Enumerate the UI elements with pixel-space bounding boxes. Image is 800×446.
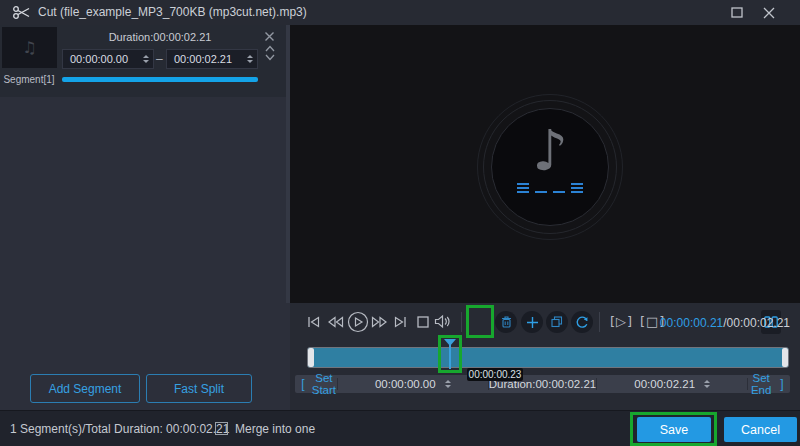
add-segment-button[interactable]: Add Segment xyxy=(30,374,140,403)
cancel-button[interactable]: Cancel xyxy=(724,417,797,442)
play-button[interactable] xyxy=(347,311,369,333)
title-bar: Cut (file_example_MP3_700KB (mp3cut.net)… xyxy=(0,0,800,25)
trim-end-input[interactable]: 00:00:02.21 xyxy=(597,378,747,390)
copy-segment-button[interactable] xyxy=(546,311,568,333)
scissors-icon xyxy=(12,5,31,20)
playback-controls-area: [▷] [□] 00:00:00.21/00:00:02.21 00:00:00… xyxy=(290,303,800,410)
segment-start-value: 00:00:00.00 xyxy=(70,53,128,65)
trim-end-handle[interactable] xyxy=(782,348,788,367)
add-segment-icon-button[interactable] xyxy=(521,311,543,333)
trim-end-spinner[interactable] xyxy=(704,380,710,388)
merge-into-one-label: Merge into one xyxy=(235,422,315,436)
segment-duration-label: Duration:00:00:02.21 xyxy=(60,31,260,43)
time-display: 00:00:00.21/00:00:02.21 xyxy=(660,316,790,330)
total-time: /00:00:02.21 xyxy=(723,316,790,330)
trim-start-spinner[interactable] xyxy=(445,380,451,388)
trim-start-handle[interactable] xyxy=(308,348,314,367)
save-button[interactable]: Save xyxy=(637,417,711,442)
audio-preview-area: ♪ xyxy=(290,25,800,303)
range-separator: – xyxy=(156,52,163,66)
delete-segment-button[interactable] xyxy=(495,311,517,333)
skip-to-start-button[interactable] xyxy=(306,315,321,329)
equalizer-icon xyxy=(517,181,583,193)
segment-thumbnail[interactable]: ♫ xyxy=(2,27,57,68)
playhead-line xyxy=(449,343,451,369)
remove-segment-icon[interactable] xyxy=(264,31,275,42)
timeline-track[interactable] xyxy=(307,347,789,368)
window-title: Cut (file_example_MP3_700KB (mp3cut.net)… xyxy=(38,5,307,19)
segment-start-input[interactable]: 00:00:00.00 xyxy=(62,49,154,69)
stop-button[interactable] xyxy=(417,316,429,328)
music-note-icon: ♪ xyxy=(532,123,568,179)
fast-split-button[interactable]: Fast Split xyxy=(146,374,252,403)
segment-start-spinner[interactable] xyxy=(143,55,149,63)
open-bracket: [ xyxy=(295,377,311,391)
merge-into-one-checkbox[interactable] xyxy=(215,422,228,435)
skip-to-end-button[interactable] xyxy=(393,315,408,329)
segment-end-value: 00:00:02.21 xyxy=(174,53,232,65)
reset-button[interactable] xyxy=(571,311,593,333)
volume-icon[interactable] xyxy=(434,314,451,329)
set-start-button[interactable]: Set Start xyxy=(311,372,337,396)
audio-disc: ♪ xyxy=(491,108,609,226)
close-button[interactable] xyxy=(758,4,780,21)
trim-end-value: 00:00:02.21 xyxy=(634,378,695,390)
segment-label: Segment[1] xyxy=(0,74,58,85)
cut-dialog: Cut (file_example_MP3_700KB (mp3cut.net)… xyxy=(0,0,800,446)
close-bracket: ] xyxy=(774,377,790,391)
play-segment-button[interactable]: [▷] xyxy=(610,314,633,329)
music-note-thumbnail-icon: ♫ xyxy=(22,38,36,57)
segment-end-input[interactable]: 00:00:02.21 xyxy=(166,49,258,69)
current-time: 00:00:00.21 xyxy=(660,316,723,330)
playhead-tooltip: 00:00:00.23 xyxy=(467,368,523,381)
trim-start-input[interactable]: 00:00:00.00 xyxy=(338,378,488,390)
trim-bar: [ Set Start 00:00:00.00 Duration:00:00:0… xyxy=(295,375,790,393)
segment-end-spinner[interactable] xyxy=(247,55,253,63)
set-end-button[interactable]: Set End xyxy=(748,372,774,396)
maximize-button[interactable] xyxy=(726,4,748,21)
trim-start-value: 00:00:00.00 xyxy=(375,378,436,390)
segment-summary: 1 Segment(s)/Total Duration: 00:00:02.21 xyxy=(10,422,229,436)
reorder-segment-icon[interactable] xyxy=(264,45,276,61)
previous-frame-button[interactable] xyxy=(327,315,344,329)
next-frame-button[interactable] xyxy=(371,315,388,329)
segment-range-bar[interactable] xyxy=(62,77,258,82)
